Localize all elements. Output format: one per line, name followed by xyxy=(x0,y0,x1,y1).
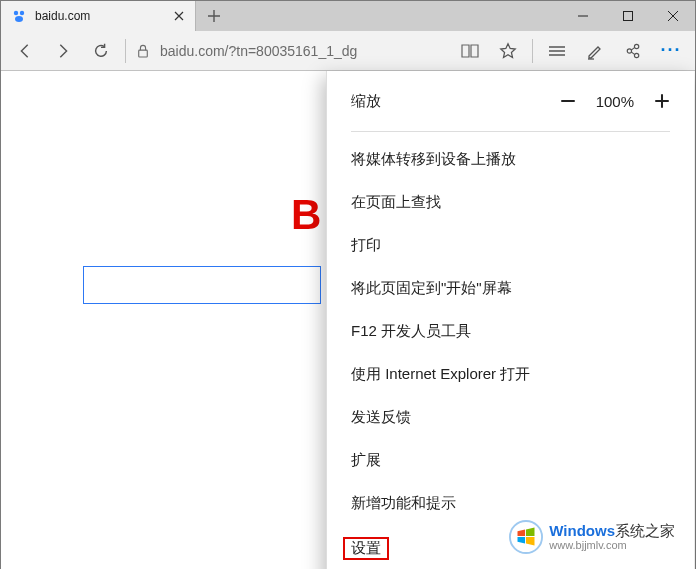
more-button[interactable]: ··· xyxy=(653,33,689,69)
refresh-button[interactable] xyxy=(83,33,119,69)
svg-rect-4 xyxy=(139,50,148,57)
zoom-out-button[interactable] xyxy=(554,87,582,115)
svg-point-6 xyxy=(634,44,638,48)
tab-title: baidu.com xyxy=(35,9,171,23)
hub-icon[interactable] xyxy=(539,33,575,69)
share-icon[interactable] xyxy=(615,33,651,69)
svg-rect-3 xyxy=(623,12,632,21)
maximize-button[interactable] xyxy=(605,1,650,31)
zoom-label: 缩放 xyxy=(351,92,554,111)
close-window-button[interactable] xyxy=(650,1,695,31)
notes-icon[interactable] xyxy=(577,33,613,69)
tab-close-button[interactable] xyxy=(171,8,187,24)
url-text[interactable]: baidu.com/?tn=80035161_1_dg xyxy=(156,43,450,59)
menu-item-devtools[interactable]: F12 开发人员工具 xyxy=(327,310,694,353)
favorites-star-icon[interactable] xyxy=(490,33,526,69)
back-button[interactable] xyxy=(7,33,43,69)
browser-tab[interactable]: baidu.com xyxy=(1,1,196,31)
menu-separator xyxy=(351,131,670,132)
svg-point-0 xyxy=(14,11,18,15)
address-bar: baidu.com/?tn=80035161_1_dg ··· xyxy=(1,31,695,71)
svg-point-1 xyxy=(20,11,24,15)
reading-view-icon[interactable] xyxy=(452,33,488,69)
menu-item-extensions[interactable]: 扩展 xyxy=(327,439,694,482)
window-controls xyxy=(560,1,695,31)
svg-point-7 xyxy=(634,53,638,57)
menu-item-feedback[interactable]: 发送反馈 xyxy=(327,396,694,439)
more-menu: 缩放 100% 将媒体转移到设备上播放 在页面上查找 打印 将此页固定到"开始"… xyxy=(326,71,694,569)
watermark: Windows系统之家 www.bjjmlv.com xyxy=(501,516,683,558)
menu-item-cast[interactable]: 将媒体转移到设备上播放 xyxy=(327,138,694,181)
watermark-title: Windows系统之家 xyxy=(549,523,675,540)
baidu-favicon-icon xyxy=(11,8,27,24)
windows-logo-icon xyxy=(509,520,543,554)
menu-item-print[interactable]: 打印 xyxy=(327,224,694,267)
svg-point-2 xyxy=(15,16,23,22)
zoom-value: 100% xyxy=(596,93,634,110)
baidu-logo: B xyxy=(291,191,321,239)
watermark-url: www.bjjmlv.com xyxy=(549,539,675,551)
menu-item-find[interactable]: 在页面上查找 xyxy=(327,181,694,224)
menu-item-pin-start[interactable]: 将此页固定到"开始"屏幕 xyxy=(327,267,694,310)
more-dots-icon: ··· xyxy=(660,40,681,61)
minimize-button[interactable] xyxy=(560,1,605,31)
forward-button[interactable] xyxy=(45,33,81,69)
svg-point-5 xyxy=(627,48,631,52)
browser-window: baidu.com xyxy=(0,0,696,569)
settings-highlight: 设置 xyxy=(343,537,389,560)
lock-icon xyxy=(132,44,154,58)
titlebar: baidu.com xyxy=(1,1,695,31)
zoom-in-button[interactable] xyxy=(648,87,676,115)
new-tab-button[interactable] xyxy=(196,1,232,31)
menu-item-open-ie[interactable]: 使用 Internet Explorer 打开 xyxy=(327,353,694,396)
zoom-row: 缩放 100% xyxy=(327,77,694,129)
search-input[interactable] xyxy=(83,266,321,304)
